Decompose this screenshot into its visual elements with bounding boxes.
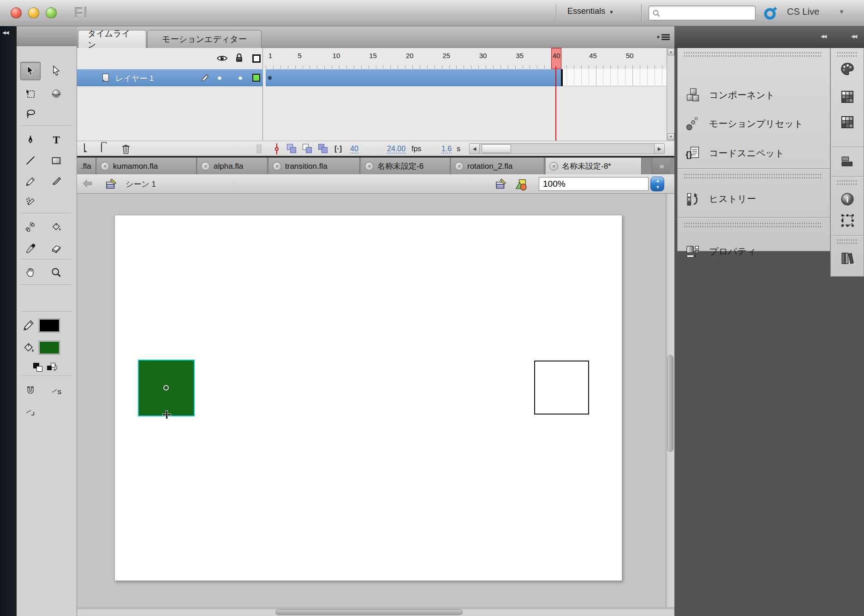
search-field[interactable]	[649, 6, 756, 20]
default-colors-icon[interactable]	[33, 363, 43, 372]
hand-tool-button[interactable]	[20, 263, 41, 282]
document-tab[interactable]: ×kumamon.fla	[97, 158, 197, 175]
center-playhead-icon[interactable]	[274, 143, 279, 154]
zoom-level-input[interactable]	[539, 177, 649, 191]
paint-bucket-tool-button[interactable]	[46, 218, 66, 236]
cs-live-menu[interactable]: CS Live	[787, 6, 819, 17]
back-arrow-icon[interactable]	[82, 179, 93, 188]
timeline-tab-timeline[interactable]: タイムライン	[78, 30, 146, 48]
minimize-window-button[interactable]	[28, 7, 39, 18]
lasso-tool-button[interactable]	[20, 105, 41, 123]
collapsed-panel-library-button[interactable]	[840, 250, 855, 266]
eraser-tool-button[interactable]	[46, 239, 66, 258]
close-tab-icon[interactable]: ×	[549, 162, 558, 171]
panel-drag-grip[interactable]	[684, 52, 822, 57]
collapsed-panel-color-swatches-button[interactable]	[840, 114, 855, 130]
stage-outline-square[interactable]	[534, 361, 589, 415]
close-tab-icon[interactable]: ×	[455, 162, 464, 171]
timeline-vertical-scrollbar[interactable]: ▲ ▼	[667, 48, 674, 141]
pane-resize-handle[interactable]	[257, 144, 262, 154]
bone-tool-button[interactable]	[20, 218, 41, 236]
canvas-area[interactable]	[77, 194, 674, 616]
onion-skin-outlines-button[interactable]	[303, 144, 314, 154]
collapsed-panel-align-button[interactable]	[840, 154, 855, 169]
collapse-panels-icon[interactable]: ◀◀	[851, 34, 856, 39]
scrollbar-thumb[interactable]	[275, 609, 463, 615]
zoom-tool-button[interactable]	[46, 263, 66, 282]
stage-green-square[interactable]	[139, 361, 194, 415]
search-input[interactable]	[663, 7, 753, 19]
fill-color-swatch[interactable]	[39, 341, 60, 355]
document-tab[interactable]: ×名称未設定-8*	[546, 158, 642, 175]
timeline-frames-pane[interactable]: 15101520253035404550	[263, 48, 667, 141]
panel-button-code-snippets[interactable]: {}コードスニペット	[678, 138, 830, 168]
close-tab-icon[interactable]: ×	[101, 162, 109, 171]
outline-layers-icon[interactable]	[252, 54, 261, 63]
timeline-horizontal-scrollbar[interactable]: ◀ ▶	[469, 143, 665, 154]
canvas-vertical-scrollbar[interactable]	[666, 194, 674, 607]
panel-button-motion-presets[interactable]: モーションプリセット	[678, 109, 830, 138]
panel-button-components[interactable]: コンポーネント	[678, 81, 830, 109]
pencil-tool-button[interactable]	[20, 172, 41, 191]
collapsed-panel-color-swatches-button[interactable]	[840, 89, 855, 105]
show-hide-layers-icon[interactable]	[217, 54, 227, 62]
timeline-tab-motion-editor[interactable]: モーションエディター	[147, 30, 262, 48]
scrollbar-thumb[interactable]	[667, 355, 673, 452]
document-tab[interactable]: ×transition.fla	[269, 158, 360, 175]
panel-drag-grip[interactable]	[837, 239, 858, 244]
modify-markers-button[interactable]: [·]	[334, 145, 342, 153]
text-tool-button[interactable]: T	[46, 130, 66, 149]
close-window-button[interactable]	[11, 7, 22, 18]
layer-outline-color-swatch[interactable]	[252, 74, 260, 82]
edit-scene-button[interactable]	[495, 178, 507, 190]
close-tab-icon[interactable]: ×	[201, 162, 210, 171]
panel-button-history[interactable]: ヒストリー	[678, 181, 830, 217]
layer-lock-dot[interactable]	[238, 76, 242, 80]
document-tab[interactable]: ×rotation_2.fla	[451, 158, 544, 175]
panel-drag-grip[interactable]	[684, 173, 822, 179]
layer-visibility-dot[interactable]	[218, 76, 221, 80]
smooth-option-button[interactable]: S	[46, 381, 66, 400]
workspace-switcher[interactable]: Essentials▼	[567, 6, 614, 16]
snap-magnet-tool-button[interactable]	[20, 381, 41, 400]
current-frame-value[interactable]: 40	[350, 145, 358, 154]
panel-drag-grip[interactable]	[684, 222, 822, 228]
line-tool-button[interactable]	[20, 151, 41, 170]
chevron-down-icon[interactable]: ▼	[839, 8, 845, 15]
3d-rotation-tool-button[interactable]	[46, 84, 66, 103]
stepper-up-icon[interactable]: ▲	[651, 178, 665, 183]
collapsed-panel-info-button[interactable]: i	[840, 191, 855, 207]
straighten-option-button[interactable]	[20, 403, 41, 421]
document-tab[interactable]: .fla	[77, 158, 96, 175]
stepper-down-icon[interactable]: ▼	[651, 185, 665, 190]
rectangle-tool-button[interactable]	[46, 151, 66, 170]
swap-colors-icon[interactable]: ⤸	[47, 363, 59, 372]
document-tab[interactable]: ×名称未設定-6	[361, 158, 450, 175]
deco-tool-button[interactable]	[20, 193, 41, 211]
new-folder-button[interactable]	[101, 144, 111, 154]
close-tab-icon[interactable]: ×	[273, 162, 281, 171]
free-transform-tool-button[interactable]	[20, 84, 41, 103]
edit-multiple-frames-button[interactable]	[318, 144, 329, 154]
frame-rate-value[interactable]: 24.00	[387, 145, 405, 154]
scroll-right-button[interactable]: ▶	[654, 144, 664, 154]
pen-tool-button[interactable]	[20, 130, 41, 149]
document-tab[interactable]: ×alpha.fla	[197, 158, 268, 175]
layer-row[interactable]: レイヤー 1	[77, 69, 263, 86]
elapsed-time-value[interactable]: 1.6	[441, 145, 452, 154]
scroll-left-button[interactable]: ◀	[470, 144, 480, 154]
zoom-stepper[interactable]: ▲▼	[650, 177, 664, 191]
eyedropper-tool-button[interactable]	[20, 239, 41, 258]
new-layer-button[interactable]	[84, 144, 94, 154]
zoom-window-button[interactable]	[46, 7, 57, 18]
scrollbar-thumb[interactable]	[482, 144, 511, 153]
close-tab-icon[interactable]: ×	[365, 162, 374, 171]
collapse-panels-icon[interactable]: ◀◀	[821, 34, 826, 39]
stroke-color-swatch[interactable]	[39, 319, 60, 332]
panel-drag-grip[interactable]	[837, 52, 858, 57]
scroll-down-button[interactable]: ▼	[667, 133, 674, 140]
subselection-tool-button[interactable]	[46, 62, 66, 80]
layer-name[interactable]: レイヤー 1	[115, 73, 154, 84]
onion-skin-button[interactable]	[287, 144, 298, 154]
tools-panel-header[interactable]	[17, 26, 77, 46]
